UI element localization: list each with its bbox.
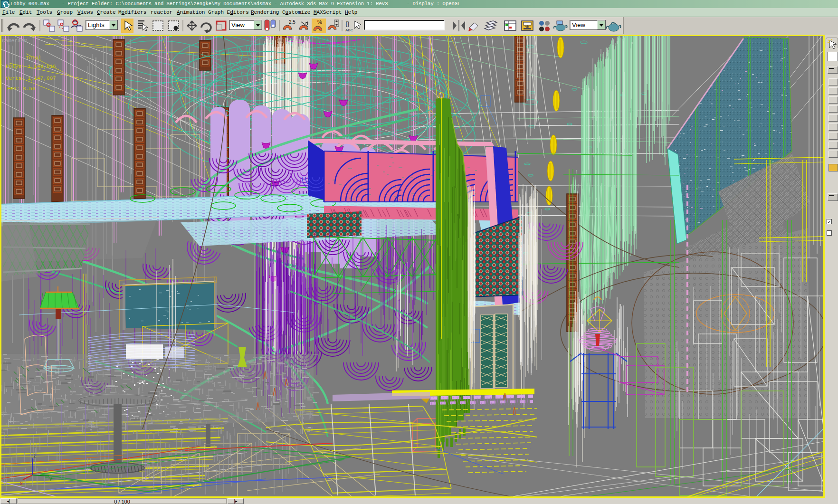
svg-text:z: z — [33, 454, 36, 459]
svg-text:y: y — [49, 476, 52, 482]
svg-text:ABC: ABC — [345, 28, 353, 32]
svg-text:FPS: 3.56: FPS: 3.56 — [7, 86, 35, 92]
svg-text:Verts: 1,147,007: Verts: 1,147,007 — [6, 76, 56, 81]
svg-text:{}: {} — [345, 20, 350, 27]
svg-text:2.5: 2.5 — [289, 19, 295, 25]
svg-text:Total: Total — [26, 55, 41, 61]
svg-text:Polys: 1,149,616: Polys: 1,149,616 — [6, 64, 56, 69]
svg-text:%: % — [317, 19, 322, 25]
svg-text:Camera02: Camera02 — [2, 38, 27, 44]
svg-text:x: x — [20, 481, 23, 486]
